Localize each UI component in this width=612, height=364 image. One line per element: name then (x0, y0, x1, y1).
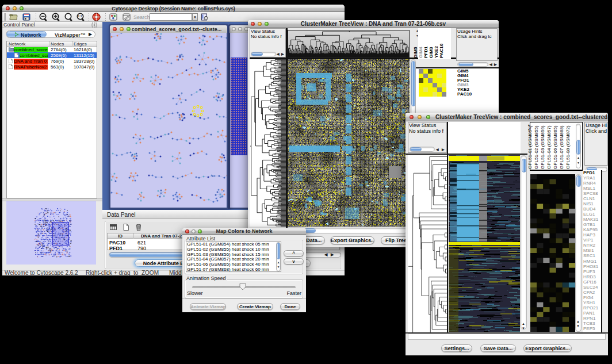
svg-text:1:1: 1:1 (78, 14, 82, 18)
